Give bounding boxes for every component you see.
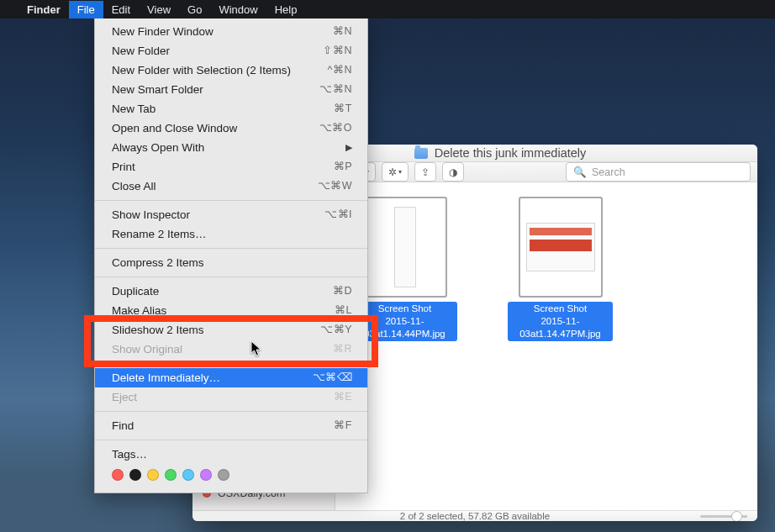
menu-shortcut: ⌘T xyxy=(334,101,352,117)
menu-separator xyxy=(95,363,367,364)
menu-item: Show Original⌘R xyxy=(95,340,367,359)
menu-item[interactable]: Delete Immediately…⌥⌘⌫ xyxy=(95,368,367,387)
menu-item[interactable]: Always Open With▶ xyxy=(95,138,367,157)
menu-shortcut: ⌥⌘N xyxy=(319,82,352,97)
menu-item[interactable]: Show Inspector⌥⌘I xyxy=(95,205,367,224)
menu-shortcut: ⌘N xyxy=(333,24,352,40)
menu-shortcut: ⌘P xyxy=(334,159,352,175)
zoom-slider[interactable] xyxy=(700,515,747,518)
menu-item-label: Duplicate xyxy=(112,283,159,299)
menu-shortcut: ⌘R xyxy=(333,341,352,357)
menu-item[interactable]: New Smart Folder⌥⌘N xyxy=(95,80,367,99)
menu-item[interactable]: Open and Close Window⌥⌘O xyxy=(95,119,367,138)
tag-color-dot[interactable] xyxy=(165,469,177,481)
menu-item[interactable]: New Folder with Selection (2 Items)^⌘N xyxy=(95,61,367,80)
tags-button[interactable]: ◑ xyxy=(442,162,464,182)
menu-shortcut: ⌘L xyxy=(335,303,352,319)
menu-item[interactable]: Close All⌥⌘W xyxy=(95,176,367,196)
search-placeholder: Search xyxy=(592,166,625,178)
menu-item[interactable]: Tags… xyxy=(95,445,367,464)
menu-item-label: Tags… xyxy=(112,446,147,462)
share-button[interactable]: ⇪ xyxy=(414,162,436,182)
menu-item-label: New Folder xyxy=(112,43,170,59)
menu-item[interactable]: Make Alias⌘L xyxy=(95,301,367,320)
menu-item-label: Close All xyxy=(112,178,156,194)
tag-icon: ◑ xyxy=(449,166,457,178)
menu-separator xyxy=(95,277,367,277)
menu-item[interactable]: New Finder Window⌘N xyxy=(95,22,367,41)
status-text: 2 of 2 selected, 57.82 GB available xyxy=(400,511,550,521)
menu-view[interactable]: View xyxy=(139,1,179,18)
menu-item-label: Delete Immediately… xyxy=(112,370,220,386)
menu-separator xyxy=(95,200,367,201)
gear-icon: ✲ xyxy=(388,166,397,178)
menu-edit[interactable]: Edit xyxy=(103,1,139,18)
menu-item-label: New Smart Folder xyxy=(112,82,203,97)
menu-shortcut: ⌘D xyxy=(333,283,352,299)
app-menu[interactable]: Finder xyxy=(18,1,69,18)
submenu-arrow-icon: ▶ xyxy=(345,140,352,155)
menu-item-label: Find xyxy=(112,418,134,434)
menu-separator xyxy=(95,411,367,412)
menu-separator xyxy=(95,440,367,440)
menu-item-label: New Folder with Selection (2 Items) xyxy=(112,62,291,78)
file-content[interactable]: Screen Shot2015-11-03at1.14.44PM.jpg Scr… xyxy=(335,182,757,510)
tags-row xyxy=(95,464,367,482)
action-button[interactable]: ✲ ▾ xyxy=(382,162,409,182)
tag-color-dot[interactable] xyxy=(129,469,141,481)
menu-shortcut: ⌘E xyxy=(334,389,352,405)
menu-item-label: Make Alias xyxy=(112,303,166,319)
menu-item[interactable]: Compress 2 Items xyxy=(95,253,367,272)
chevron-down-icon: ▾ xyxy=(398,168,402,176)
folder-icon xyxy=(414,148,428,159)
tag-color-dot[interactable] xyxy=(182,469,194,481)
menu-item[interactable]: Duplicate⌘D xyxy=(95,282,367,301)
window-title-text: Delete this junk immediately xyxy=(435,146,587,160)
menu-item[interactable]: Slideshow 2 Items⌥⌘Y xyxy=(95,320,367,340)
file-thumbnail[interactable] xyxy=(364,198,446,297)
tag-color-dot[interactable] xyxy=(112,469,124,481)
tag-color-dot[interactable] xyxy=(218,469,229,481)
menu-item-label: Show Inspector xyxy=(112,207,190,223)
share-icon: ⇪ xyxy=(421,166,430,178)
menu-item-label: Slideshow 2 Items xyxy=(112,322,204,338)
menu-item[interactable]: Print⌘P xyxy=(95,157,367,176)
file-item[interactable]: Screen Shot2015-11-03at1.14.47PM.jpg xyxy=(508,198,613,341)
menu-item-label: Rename 2 Items… xyxy=(112,226,207,242)
menu-help[interactable]: Help xyxy=(266,1,306,18)
file-thumbnail[interactable] xyxy=(519,198,602,297)
menu-item-label: Always Open With xyxy=(112,140,204,155)
menu-item-label: Compress 2 Items xyxy=(112,255,204,271)
menu-shortcut: ⌥⌘Y xyxy=(320,322,352,338)
menu-shortcut: ⇧⌘N xyxy=(323,43,352,59)
menu-separator xyxy=(95,248,367,249)
menu-shortcut: ⌥⌘I xyxy=(324,207,352,223)
menu-item[interactable]: New Folder⇧⌘N xyxy=(95,41,367,61)
menu-shortcut: ⌥⌘⌫ xyxy=(313,370,353,386)
menu-shortcut: ^⌘N xyxy=(328,62,352,78)
menu-go[interactable]: Go xyxy=(179,1,210,18)
cursor-icon xyxy=(250,340,264,361)
menu-item[interactable]: Find⌘F xyxy=(95,416,367,435)
file-name[interactable]: Screen Shot2015-11-03at1.14.47PM.jpg xyxy=(508,302,613,341)
search-field[interactable]: 🔍 Search xyxy=(566,162,751,182)
menu-item-label: Open and Close Window xyxy=(112,120,237,136)
status-bar: 2 of 2 selected, 57.82 GB available xyxy=(192,510,757,521)
menu-item: Eject⌘E xyxy=(95,387,367,407)
menu-item-label: New Finder Window xyxy=(112,24,214,40)
file-menu-dropdown: New Finder Window⌘NNew Folder⇧⌘NNew Fold… xyxy=(94,18,368,493)
menu-item-label: Print xyxy=(112,159,135,175)
menu-window[interactable]: Window xyxy=(210,1,266,18)
menu-shortcut: ⌥⌘W xyxy=(318,178,352,194)
search-icon: 🔍 xyxy=(573,166,587,178)
menu-shortcut: ⌘F xyxy=(334,418,352,434)
menu-item[interactable]: New Tab⌘T xyxy=(95,99,367,119)
menu-item-label: Show Original xyxy=(112,341,182,357)
menu-item-label: Eject xyxy=(112,389,137,405)
menu-item[interactable]: Rename 2 Items… xyxy=(95,224,367,244)
tag-color-dot[interactable] xyxy=(200,469,212,481)
tag-color-dot[interactable] xyxy=(147,469,159,481)
menu-item-label: New Tab xyxy=(112,101,156,117)
menu-file[interactable]: File xyxy=(69,1,103,18)
menu-shortcut: ⌥⌘O xyxy=(319,120,352,136)
